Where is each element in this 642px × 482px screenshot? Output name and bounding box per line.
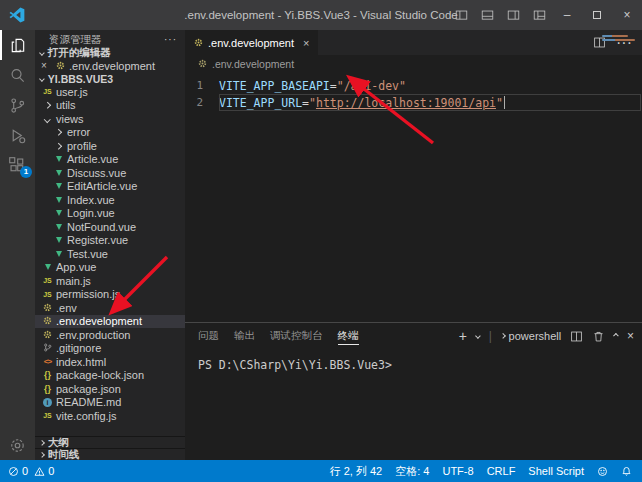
explorer-button[interactable]	[0, 30, 35, 60]
minimize-button[interactable]: –	[552, 0, 582, 30]
tree-item-views[interactable]: views	[35, 112, 185, 126]
tree-item-index.html[interactable]: <>index.html	[35, 355, 185, 369]
tree-item-article.vue[interactable]: Article.vue	[35, 153, 185, 167]
tree-item-.gitignore[interactable]: .gitignore	[35, 342, 185, 356]
timeline-section[interactable]: 时间线	[35, 448, 185, 460]
code-token: "	[496, 96, 503, 110]
breadcrumb[interactable]: .env.development	[185, 55, 642, 73]
outline-section[interactable]: 大纲	[35, 436, 185, 448]
js-icon: JS	[43, 291, 52, 298]
tree-item-.env[interactable]: .env	[35, 301, 185, 315]
file-name: Register.vue	[67, 234, 128, 246]
tree-item-.env.production[interactable]: .env.production	[35, 328, 185, 342]
file-name: error	[67, 126, 90, 138]
encoding[interactable]: UTF-8	[442, 465, 473, 477]
file-name: Discuss.vue	[67, 167, 126, 179]
toggle-secondary-sidebar-icon[interactable]	[500, 0, 526, 30]
tree-item-permission.js[interactable]: JSpermission.js	[35, 288, 185, 302]
chevron-right-icon	[55, 143, 61, 149]
tree-item-user.js[interactable]: JSuser.js	[35, 85, 185, 99]
tree-item-profile[interactable]: profile	[35, 139, 185, 153]
tree-item-vite.config.js[interactable]: JSvite.config.js	[35, 409, 185, 423]
panel-tab-output[interactable]: 输出	[234, 323, 255, 349]
notifications-bell-icon[interactable]	[621, 466, 632, 477]
run-debug-button[interactable]	[0, 120, 35, 150]
toggle-panel-icon[interactable]	[474, 0, 500, 30]
tree-item-package.json[interactable]: {}package.json	[35, 382, 185, 396]
tree-item-.env.development[interactable]: .env.development	[35, 315, 185, 329]
open-editors-header[interactable]: 打开的编辑器	[35, 46, 185, 59]
close-panel-icon[interactable]: ×	[627, 329, 634, 343]
vscode-window: .env.development - Yi.BBS.Vue3 - Visual …	[0, 0, 642, 482]
file-name: Test.vue	[67, 248, 108, 260]
feedback-smiley-icon[interactable]	[597, 466, 608, 477]
tree-item-discuss.vue[interactable]: Discuss.vue	[35, 166, 185, 180]
close-icon[interactable]: ×	[41, 60, 52, 71]
search-button[interactable]	[0, 60, 35, 90]
warning-icon	[34, 466, 45, 477]
eol[interactable]: CRLF	[487, 465, 516, 477]
project-root-header[interactable]: YI.BBS.VUE3	[35, 72, 185, 85]
vue-icon	[56, 210, 62, 216]
tree-item-index.vue[interactable]: Index.vue	[35, 193, 185, 207]
minimap[interactable]	[600, 33, 638, 43]
panel-tab-terminal[interactable]: 终端	[338, 323, 359, 349]
code-area[interactable]: 1VITE_APP_BASEAPI="/api-dev"2VITE_APP_UR…	[185, 73, 642, 111]
text-cursor	[504, 96, 506, 109]
extensions-button[interactable]: 1	[0, 150, 35, 180]
vue-icon	[56, 251, 62, 257]
toggle-sidebar-icon[interactable]	[448, 0, 474, 30]
customize-layout-icon[interactable]	[526, 0, 552, 30]
code-line-2[interactable]: 2VITE_APP_URL="http://localhost:19001/ap…	[185, 94, 642, 111]
js-icon: JS	[43, 277, 52, 284]
settings-button[interactable]	[0, 430, 35, 460]
language-mode[interactable]: Shell Script	[528, 465, 584, 477]
close-button[interactable]: ×	[612, 0, 642, 30]
tree-item-readme.md[interactable]: iREADME.md	[35, 396, 185, 410]
open-editor-item[interactable]: × .env.development	[35, 59, 185, 72]
bottom-panel: 问题输出调试控制台终端 + | powershell × PS D:\CShar…	[185, 322, 642, 460]
panel-tab-debug-console[interactable]: 调试控制台	[270, 323, 323, 349]
more-actions-icon[interactable]: ···	[164, 34, 177, 45]
close-icon[interactable]: ×	[303, 37, 309, 49]
code-line-1[interactable]: 1VITE_APP_BASEAPI="/api-dev"	[185, 77, 642, 94]
maximize-button[interactable]	[582, 0, 612, 30]
tree-item-utils[interactable]: utils	[35, 99, 185, 113]
terminal[interactable]: PS D:\CSharp\Yi\Yi.BBS.Vue3>	[185, 349, 642, 461]
html-icon: <>	[44, 357, 51, 366]
title-bar: .env.development - Yi.BBS.Vue3 - Visual …	[0, 0, 642, 30]
vue-icon	[56, 170, 62, 176]
split-terminal-icon[interactable]	[570, 330, 583, 343]
file-name: .env.production	[56, 329, 130, 341]
maximize-panel-icon[interactable]	[613, 333, 618, 338]
file-name: .env.development	[56, 315, 142, 327]
chevron-down-icon	[39, 76, 44, 81]
panel-tab-problems[interactable]: 问题	[198, 323, 219, 349]
panel-header: 问题输出调试控制台终端 + | powershell ×	[185, 323, 642, 349]
tree-item-notfound.vue[interactable]: NotFound.vue	[35, 220, 185, 234]
trash-icon[interactable]	[592, 330, 605, 343]
tree-item-test.vue[interactable]: Test.vue	[35, 247, 185, 261]
code-token: =	[330, 79, 337, 93]
tree-item-main.js[interactable]: JSmain.js	[35, 274, 185, 288]
terminal-selector[interactable]: powershell	[501, 330, 561, 342]
tree-item-login.vue[interactable]: Login.vue	[35, 207, 185, 221]
tree-item-editarticle.vue[interactable]: EditArticle.vue	[35, 180, 185, 194]
gear-icon	[43, 315, 52, 327]
info-icon: i	[43, 398, 52, 407]
tree-item-app.vue[interactable]: App.vue	[35, 261, 185, 275]
chevron-right-icon	[39, 452, 44, 457]
json-icon: {}	[44, 370, 51, 380]
tab-env-development[interactable]: .env.development ×	[185, 30, 318, 55]
tree-item-register.vue[interactable]: Register.vue	[35, 234, 185, 248]
indentation[interactable]: 空格: 4	[395, 464, 429, 479]
source-control-icon	[8, 96, 27, 115]
chevron-down-icon[interactable]	[475, 333, 480, 338]
problems-status[interactable]: 0 0	[8, 465, 54, 477]
source-control-button[interactable]	[0, 90, 35, 120]
new-terminal-icon[interactable]: +	[459, 329, 467, 343]
divider: |	[489, 329, 492, 343]
cursor-position[interactable]: 行 2, 列 42	[330, 464, 383, 479]
tree-item-error[interactable]: error	[35, 126, 185, 140]
tree-item-package-lock.json[interactable]: {}package-lock.json	[35, 369, 185, 383]
